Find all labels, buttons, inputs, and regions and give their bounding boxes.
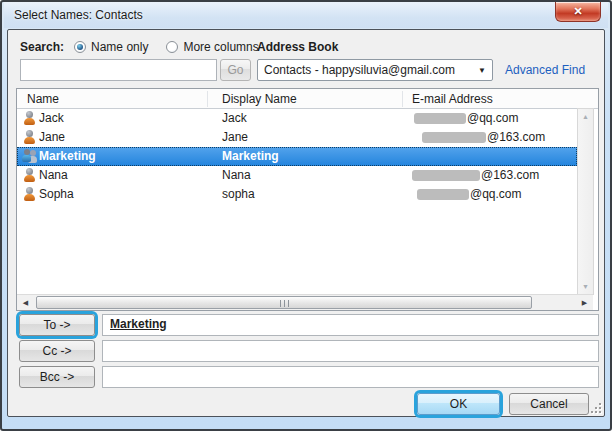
vertical-scrollbar[interactable]: ▲ ▼ xyxy=(577,108,594,295)
contacts-list: Name Display Name E-mail Address Jack Ja… xyxy=(16,88,599,311)
radio-name-only-label: Name only xyxy=(91,40,148,54)
to-button[interactable]: To -> xyxy=(19,314,95,336)
redacted-email xyxy=(422,132,486,143)
bcc-field[interactable] xyxy=(102,366,599,388)
column-divider xyxy=(207,91,208,107)
search-label: Search: xyxy=(20,40,64,54)
address-book-label: Address Book xyxy=(257,40,338,54)
person-icon xyxy=(22,130,37,145)
redacted-email xyxy=(414,113,466,124)
to-field[interactable]: Marketing xyxy=(102,314,599,336)
column-divider xyxy=(402,91,403,107)
person-icon xyxy=(22,168,37,183)
resize-grip[interactable] xyxy=(589,401,601,413)
to-field-value: Marketing xyxy=(110,317,167,331)
search-controls-row: Go Contacts - happysiluvia@gmail.com ▼ A… xyxy=(8,59,604,81)
ok-button[interactable]: OK xyxy=(417,393,500,415)
redacted-email xyxy=(417,189,469,200)
close-icon: ✕ xyxy=(573,5,582,17)
radio-more-columns-label: More columns xyxy=(183,40,258,54)
advanced-find-link[interactable]: Advanced Find xyxy=(505,63,585,77)
list-header: Name Display Name E-mail Address xyxy=(17,89,598,109)
search-input[interactable] xyxy=(20,59,217,81)
contact-row[interactable]: Marketing Marketing xyxy=(17,147,577,166)
dialog-title: Select Names: Contacts xyxy=(14,8,143,22)
cancel-button[interactable]: Cancel xyxy=(509,393,589,415)
person-icon xyxy=(22,187,37,202)
contact-row[interactable]: Nana Nana @163.com xyxy=(17,166,577,185)
dialog-select-names: Select Names: Contacts ✕ Search: Name on… xyxy=(0,0,612,431)
address-book-value: Contacts - happysiluvia@gmail.com xyxy=(264,63,474,77)
search-options-row: Search: Name only More columns xyxy=(20,40,259,54)
horizontal-scroll-thumb[interactable] xyxy=(36,296,532,309)
scroll-up-icon[interactable]: ▲ xyxy=(578,109,593,124)
radio-more-columns-icon[interactable] xyxy=(166,41,178,53)
horizontal-scrollbar[interactable]: ◀ ▶ xyxy=(17,294,593,310)
address-book-dropdown[interactable]: Contacts - happysiluvia@gmail.com ▼ xyxy=(257,59,493,81)
go-button[interactable]: Go xyxy=(220,59,251,81)
radio-more-columns[interactable]: More columns xyxy=(166,40,258,54)
radio-name-only[interactable]: Name only xyxy=(74,40,148,54)
column-header-email[interactable]: E-mail Address xyxy=(412,92,493,106)
dropdown-arrow-icon: ▼ xyxy=(478,66,486,75)
dialog-body: Search: Name only More columns Address B… xyxy=(7,29,605,417)
contact-row[interactable]: Jane Jane @163.com xyxy=(17,128,577,147)
title-bar[interactable]: Select Names: Contacts xyxy=(4,2,608,28)
close-button[interactable]: ✕ xyxy=(555,2,601,22)
column-header-display[interactable]: Display Name xyxy=(222,92,297,106)
scroll-left-icon[interactable]: ◀ xyxy=(18,296,33,310)
column-header-name[interactable]: Name xyxy=(27,92,59,106)
redacted-email xyxy=(412,170,480,181)
cc-field[interactable] xyxy=(102,340,599,362)
contact-row[interactable]: Jack Jack @qq.com xyxy=(17,109,577,128)
contact-rows: Jack Jack @qq.com Jane Jane @163.com Mar… xyxy=(17,109,577,204)
group-icon xyxy=(22,149,37,164)
scroll-right-icon[interactable]: ▶ xyxy=(577,296,592,310)
bcc-button[interactable]: Bcc -> xyxy=(19,366,95,388)
cc-button[interactable]: Cc -> xyxy=(19,340,95,362)
person-icon xyxy=(22,111,37,126)
contact-row[interactable]: Sopha sopha @qq.com xyxy=(17,185,577,204)
scroll-down-icon[interactable]: ▼ xyxy=(578,279,593,294)
radio-name-only-icon[interactable] xyxy=(74,41,86,53)
